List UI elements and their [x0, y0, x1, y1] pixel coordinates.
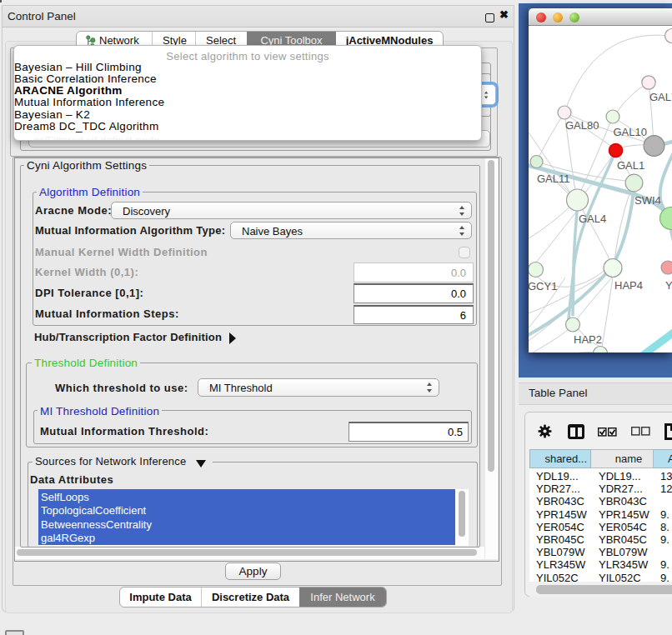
svg-text:GAL4: GAL4	[579, 212, 606, 225]
svg-text:GAL7: GAL7	[649, 91, 672, 103]
svg-text:GAL11: GAL11	[537, 172, 570, 185]
svg-text:GAL80: GAL80	[565, 119, 599, 132]
svg-text:GAL1: GAL1	[617, 159, 644, 172]
svg-text:HAP2: HAP2	[574, 333, 602, 346]
svg-text:SWI4: SWI4	[634, 194, 661, 207]
svg-text:GCY1: GCY1	[529, 280, 557, 292]
svg-text:GAL10: GAL10	[614, 126, 647, 138]
svg-text:Y: Y	[665, 279, 672, 292]
svg-text:HAP4: HAP4	[614, 279, 643, 292]
